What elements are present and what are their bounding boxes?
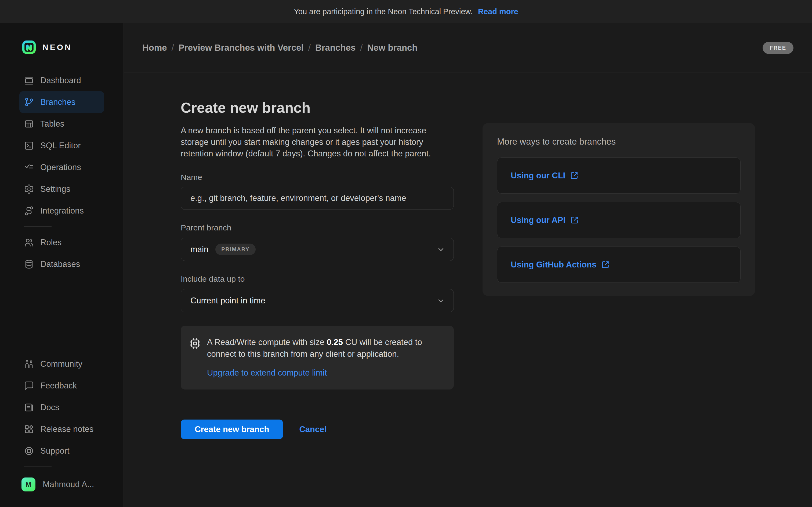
github-actions-link[interactable]: Using GitHub Actions: [511, 260, 610, 270]
breadcrumb-project[interactable]: Preview Branches with Vercel: [179, 43, 304, 53]
data-nav: Roles Databases: [0, 231, 123, 275]
sidebar: NEON Dashboard Branches Tables SQL Edito…: [0, 23, 124, 507]
life-buoy-icon: [24, 446, 34, 456]
sidebar-item-support[interactable]: Support: [19, 440, 104, 462]
gear-icon: [24, 184, 34, 194]
sidebar-item-operations[interactable]: Operations: [19, 156, 104, 178]
database-icon: [24, 259, 34, 269]
breadcrumb-branches[interactable]: Branches: [315, 43, 356, 53]
primary-badge: PRIMARY: [215, 243, 255, 255]
include-data-value: Current point in time: [190, 296, 265, 305]
sidebar-item-integrations[interactable]: Integrations: [19, 200, 104, 222]
sidebar-item-label: Docs: [40, 403, 59, 412]
breadcrumb-separator: /: [171, 43, 174, 53]
sidebar-item-tables[interactable]: Tables: [19, 113, 104, 135]
api-link[interactable]: Using our API: [511, 215, 579, 225]
footer-nav: Community Feedback Docs Release notes Su…: [0, 353, 123, 462]
tech-preview-banner: You are participating in the Neon Techni…: [0, 0, 812, 23]
speech-bubble-icon: [24, 381, 34, 391]
sidebar-item-label: Feedback: [40, 381, 77, 391]
dashboard-icon: [24, 75, 34, 86]
cli-link[interactable]: Using our CLI: [511, 171, 578, 180]
sidebar-spacer: [0, 275, 123, 353]
plan-badge: FREE: [763, 42, 794, 54]
sidebar-item-community[interactable]: Community: [19, 353, 104, 375]
community-icon: [24, 359, 34, 369]
branch-icon: [24, 97, 34, 107]
compute-note-text: A Read/Write compute with size 0.25 CU w…: [207, 336, 443, 360]
content: Create new branch A new branch is based …: [124, 72, 812, 439]
cancel-link[interactable]: Cancel: [299, 425, 326, 434]
include-data-select[interactable]: Current point in time: [181, 289, 454, 312]
banner-message: You are participating in the Neon Techni…: [294, 7, 472, 16]
external-link-icon: [601, 261, 610, 269]
sidebar-item-label: Branches: [40, 97, 75, 107]
sidebar-item-label: Operations: [40, 163, 81, 172]
primary-nav: Dashboard Branches Tables SQL Editor Ope…: [0, 69, 123, 222]
breadcrumb-separator: /: [308, 43, 311, 53]
sidebar-item-label: Release notes: [40, 425, 93, 434]
neon-logo-icon: [22, 41, 36, 54]
sidebar-item-release-notes[interactable]: Release notes: [19, 418, 104, 440]
sidebar-item-label: Integrations: [40, 206, 84, 216]
grid-icon: [24, 424, 34, 434]
parent-branch-label: Parent branch: [181, 223, 454, 232]
topbar: Home / Preview Branches with Vercel / Br…: [124, 23, 812, 72]
sidebar-item-label: Support: [40, 446, 69, 456]
read-more-link[interactable]: Read more: [478, 7, 518, 16]
app-shell: NEON Dashboard Branches Tables SQL Edito…: [0, 23, 812, 507]
create-branch-form: Create new branch A new branch is based …: [181, 99, 454, 439]
sidebar-divider: [23, 226, 52, 227]
table-icon: [24, 119, 34, 129]
parent-branch-value: main: [190, 245, 208, 254]
brand[interactable]: NEON: [0, 41, 123, 54]
name-label: Name: [181, 173, 454, 182]
compute-size-value: 0.25: [327, 337, 343, 347]
sidebar-item-databases[interactable]: Databases: [19, 253, 104, 275]
page-title: Create new branch: [181, 99, 454, 116]
user-name: Mahmoud A...: [43, 480, 94, 489]
sidebar-item-roles[interactable]: Roles: [19, 231, 104, 253]
include-data-label: Include data up to: [181, 274, 454, 284]
sidebar-item-feedback[interactable]: Feedback: [19, 375, 104, 396]
panel-title: More ways to create branches: [497, 136, 741, 147]
chevron-down-icon: [436, 245, 446, 254]
sidebar-item-label: Community: [40, 359, 83, 369]
page-description: A new branch is based off the parent you…: [181, 125, 449, 159]
sidebar-item-label: Databases: [40, 260, 80, 269]
brand-wordmark: NEON: [42, 43, 72, 52]
checklist-icon: [24, 162, 34, 172]
sidebar-item-settings[interactable]: Settings: [19, 178, 104, 200]
parent-branch-select[interactable]: main PRIMARY: [181, 238, 454, 261]
api-card[interactable]: Using our API: [497, 202, 741, 238]
breadcrumb-separator: /: [360, 43, 362, 53]
cli-card[interactable]: Using our CLI: [497, 158, 741, 194]
breadcrumb-current: New branch: [367, 43, 417, 53]
cpu-icon: [189, 337, 201, 349]
compute-note: A Read/Write compute with size 0.25 CU w…: [181, 326, 454, 390]
sidebar-divider: [23, 466, 52, 467]
sidebar-item-branches[interactable]: Branches: [19, 91, 104, 113]
terminal-icon: [24, 140, 34, 151]
branch-name-input[interactable]: [181, 187, 454, 210]
sidebar-item-docs[interactable]: Docs: [19, 396, 104, 418]
external-link-icon: [570, 171, 578, 180]
breadcrumb: Home / Preview Branches with Vercel / Br…: [142, 43, 417, 53]
sidebar-item-dashboard[interactable]: Dashboard: [19, 69, 104, 91]
github-actions-card[interactable]: Using GitHub Actions: [497, 246, 741, 283]
cli-link-label: Using our CLI: [511, 171, 565, 180]
user-menu[interactable]: M Mahmoud A...: [0, 477, 123, 492]
sidebar-item-label: SQL Editor: [40, 141, 81, 151]
route-icon: [24, 206, 34, 216]
more-ways-panel: More ways to create branches Using our C…: [483, 123, 755, 296]
users-icon: [24, 237, 34, 247]
document-icon: [24, 402, 34, 412]
avatar: M: [21, 477, 36, 492]
breadcrumb-home[interactable]: Home: [142, 43, 167, 53]
upgrade-link[interactable]: Upgrade to extend compute limit: [207, 368, 327, 378]
chevron-down-icon: [436, 296, 446, 305]
create-branch-button[interactable]: Create new branch: [181, 419, 283, 439]
main-area: Home / Preview Branches with Vercel / Br…: [124, 23, 812, 507]
sidebar-item-label: Roles: [40, 238, 61, 247]
sidebar-item-sql-editor[interactable]: SQL Editor: [19, 135, 104, 156]
